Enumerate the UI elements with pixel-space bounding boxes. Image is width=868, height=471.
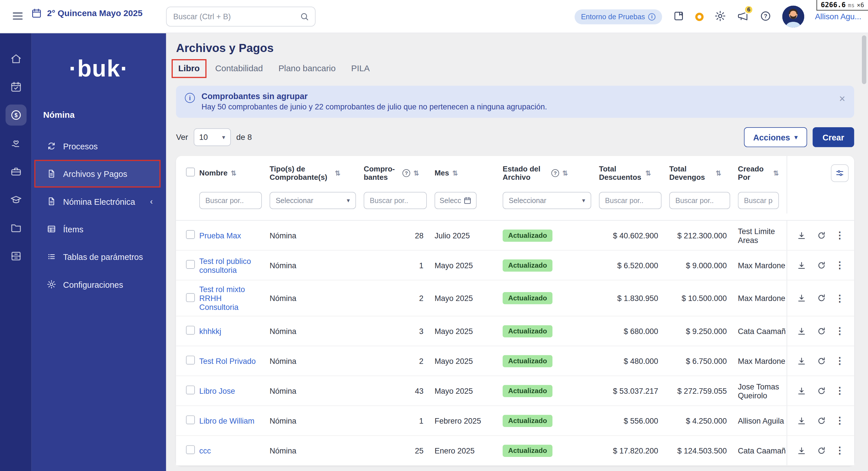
rail-item-briefcase[interactable] — [0, 159, 32, 184]
rail-item-dollar[interactable]: $ — [0, 102, 32, 128]
sidebar-item-configuraciones[interactable]: Configuraciones — [35, 272, 159, 297]
actions-button[interactable]: Acciones ▾ — [744, 127, 807, 147]
sidebar-item-procesos[interactable]: Procesos — [35, 133, 159, 159]
refresh-button[interactable] — [815, 384, 828, 398]
rail-item-education[interactable] — [0, 187, 32, 212]
help-button[interactable]: ? — [760, 10, 772, 24]
row-checkbox[interactable] — [186, 260, 195, 269]
column-header-estado-del-archivo[interactable]: Estado del Archivo?⇅ — [503, 159, 599, 185]
download-button[interactable] — [795, 444, 808, 457]
sort-icon[interactable]: ⇅ — [453, 169, 458, 177]
sort-icon[interactable]: ⇅ — [716, 169, 721, 177]
filter-input-total-descuentos[interactable] — [599, 192, 662, 209]
refresh-button[interactable] — [815, 259, 828, 272]
help-tooltip-icon[interactable]: ? — [402, 169, 410, 177]
assistant-icon[interactable] — [695, 12, 704, 21]
filter-input-creado-por[interactable] — [738, 192, 779, 209]
refresh-button[interactable] — [815, 292, 828, 305]
filter-input-total-devengos[interactable] — [670, 192, 730, 209]
download-button[interactable] — [795, 384, 808, 398]
filter-select-estado-del-archivo[interactable]: Seleccionar▾ — [503, 192, 591, 209]
column-header-mes[interactable]: Mes⇅ — [435, 163, 503, 180]
row-checkbox[interactable] — [186, 293, 195, 302]
kebab-menu-button[interactable]: ⋮ — [835, 292, 845, 305]
period-selector[interactable]: 2° Quincena Mayo 2025 — [31, 8, 143, 19]
help-tooltip-icon[interactable]: ? — [551, 169, 559, 177]
download-button[interactable] — [795, 414, 808, 427]
sidebar-item-items[interactable]: Ítems — [35, 216, 159, 242]
sidebar-item-archivos-y-pagos[interactable]: Archivos y Pagos — [35, 161, 159, 187]
sort-icon[interactable]: ⇅ — [646, 169, 651, 177]
row-checkbox[interactable] — [186, 326, 195, 335]
rail-item-cabinet[interactable] — [0, 243, 32, 269]
column-header-compro-bantes[interactable]: Compro-bantes?⇅ — [364, 159, 435, 185]
refresh-button[interactable] — [815, 325, 828, 338]
column-settings-button[interactable] — [831, 164, 849, 182]
user-avatar[interactable] — [782, 5, 804, 28]
tab-contabilidad[interactable]: Contabilidad — [210, 60, 269, 77]
sidebar-item-tablas-de-parametros[interactable]: Tablas de parámetros — [35, 244, 159, 269]
refresh-button[interactable] — [815, 229, 828, 242]
sort-icon[interactable]: ⇅ — [773, 169, 779, 177]
page-size-select[interactable]: 10 ▾ — [194, 128, 231, 146]
column-header-total-devengos[interactable]: Total Devengos⇅ — [670, 159, 738, 185]
filter-date-mes[interactable]: Seleccionar — [435, 192, 476, 209]
hamburger-menu-button[interactable] — [11, 9, 25, 25]
sort-icon[interactable]: ⇅ — [413, 169, 419, 177]
file-name-link[interactable]: Test rol publico consultoria — [199, 257, 251, 274]
settings-button[interactable] — [714, 10, 726, 24]
column-header-nombre[interactable]: Nombre⇅ — [199, 163, 270, 180]
search-input[interactable] — [172, 11, 300, 22]
buk-logo[interactable]: ·buk· — [32, 56, 166, 82]
file-name-link[interactable]: Test Rol Privado — [199, 357, 255, 365]
announcements-button[interactable]: 6 — [737, 10, 749, 24]
kebab-menu-button[interactable]: ⋮ — [835, 259, 845, 272]
file-name-link[interactable]: Libro Jose — [199, 386, 235, 395]
refresh-button[interactable] — [815, 355, 828, 368]
file-name-link[interactable]: khhkkj — [199, 327, 221, 335]
tab-pila[interactable]: PILA — [346, 60, 375, 77]
download-button[interactable] — [795, 229, 808, 242]
row-checkbox[interactable] — [186, 230, 195, 239]
select-all-checkbox[interactable] — [186, 167, 195, 176]
user-name[interactable]: Allison Agu... — [815, 12, 861, 21]
kebab-menu-button[interactable]: ⋮ — [835, 414, 845, 427]
scrollbar-thumb[interactable] — [862, 35, 866, 84]
column-header-creado-por[interactable]: Creado Por⇅ — [738, 159, 786, 185]
filter-input-compro-bantes[interactable] — [364, 192, 427, 209]
refresh-button[interactable] — [815, 444, 828, 457]
kebab-menu-button[interactable]: ⋮ — [835, 384, 845, 398]
banner-close-button[interactable]: × — [839, 93, 845, 104]
refresh-button[interactable] — [815, 414, 828, 427]
download-button[interactable] — [795, 292, 808, 305]
filter-input-nombre[interactable] — [199, 192, 262, 209]
rail-item-folder[interactable] — [0, 215, 32, 241]
row-checkbox[interactable] — [186, 445, 195, 454]
file-name-link[interactable]: Test rol mixto RRHH Consultoria — [199, 285, 245, 311]
sort-icon[interactable]: ⇅ — [231, 169, 236, 177]
column-header-total-descuentos[interactable]: Total Descuentos⇅ — [599, 159, 670, 185]
download-button[interactable] — [795, 259, 808, 272]
sort-icon[interactable]: ⇅ — [335, 169, 340, 177]
bookmark-button[interactable] — [673, 10, 685, 24]
create-button[interactable]: Crear — [812, 127, 854, 147]
column-header-tipo-s-de-comprobante-s[interactable]: Tipo(s) de Comprobante(s)⇅ — [270, 159, 364, 185]
tab-plano-bancario[interactable]: Plano bancario — [273, 60, 341, 77]
kebab-menu-button[interactable]: ⋮ — [835, 444, 845, 457]
rail-item-calendar-check[interactable] — [0, 74, 32, 100]
download-button[interactable] — [795, 355, 808, 368]
sort-icon[interactable]: ⇅ — [562, 169, 568, 177]
kebab-menu-button[interactable]: ⋮ — [835, 355, 845, 368]
row-checkbox[interactable] — [186, 385, 195, 394]
kebab-menu-button[interactable]: ⋮ — [835, 229, 845, 242]
filter-select-tipo-s-de-comprobante-s[interactable]: Seleccionar▾ — [270, 192, 356, 209]
tab-libro[interactable]: Libro — [173, 60, 205, 77]
file-name-link[interactable]: ccc — [199, 446, 211, 455]
row-checkbox[interactable] — [186, 415, 195, 424]
download-button[interactable] — [795, 325, 808, 338]
rail-item-home[interactable] — [0, 46, 32, 71]
file-name-link[interactable]: Libro de William — [199, 416, 254, 425]
kebab-menu-button[interactable]: ⋮ — [835, 325, 845, 338]
row-checkbox[interactable] — [186, 356, 195, 365]
sidebar-item-nomina-electronica[interactable]: Nómina Electrónica‹ — [35, 189, 159, 214]
